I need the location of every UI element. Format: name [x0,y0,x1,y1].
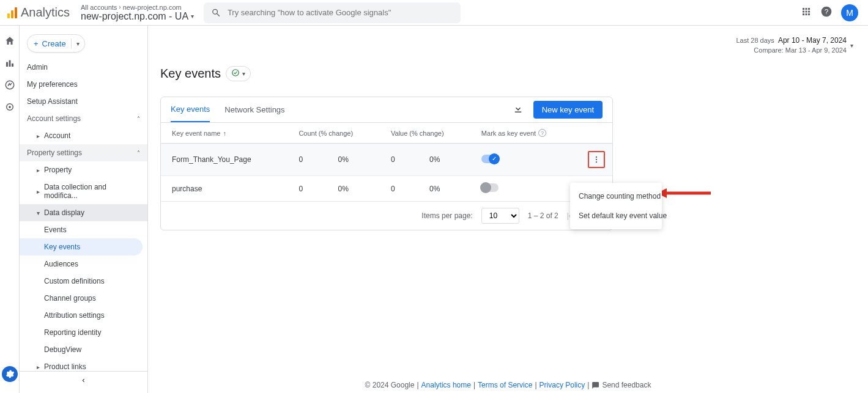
svg-point-11 [596,161,597,163]
tab-key-events[interactable]: Key events [171,97,210,122]
account-picker[interactable]: All accounts › new-project.np.com new-pr… [81,4,194,22]
value-percent: 0% [422,144,474,176]
svg-point-7 [9,106,11,108]
sidebar-item-events[interactable]: Events [20,221,147,238]
footer-feedback[interactable]: Send feedback [602,381,651,389]
footer-analytics-home[interactable]: Analytics home [421,381,471,389]
event-name[interactable]: purchase [161,176,291,202]
property-name: new-project.np.com - UA [81,11,188,22]
brand-name: Analytics [21,6,70,20]
top-header: Analytics All accounts › new-project.np.… [0,0,868,26]
sidebar-collapse-button[interactable]: ‹ [20,371,147,388]
sidebar-item-preferences[interactable]: My preferences [20,76,147,93]
search-icon [211,7,221,18]
plus-icon: + [34,39,39,48]
search-input[interactable] [228,8,453,17]
count-percent: 0% [331,176,384,202]
menu-change-counting[interactable]: Change counting method [570,186,662,206]
row-context-menu: Change counting method Set default key e… [570,183,662,229]
count-value: 0 [291,144,330,176]
col-value: Value (% change) [384,123,474,144]
date-range: Apr 10 - May 7, 2024 [778,36,847,45]
help-circle-icon[interactable]: ? [538,129,546,137]
svg-point-10 [596,159,597,160]
caret-down-icon: ▾ [76,40,80,47]
event-name[interactable]: Form_Thank_You_Page [161,144,291,176]
help-icon[interactable]: ? [820,6,833,20]
more-actions-button[interactable] [588,151,605,168]
home-icon[interactable] [4,35,15,46]
sidebar-item-channel-groups[interactable]: Channel groups [20,290,147,307]
search-bar[interactable] [204,2,461,23]
pagination: Items per page: 10 1 – 2 of 2 |‹ ‹ › ›| [161,202,612,230]
table-row: purchase 0 0% 0 0% [161,176,612,202]
caret-down-icon: ▾ [850,42,853,49]
svg-point-9 [596,156,597,158]
chevron-up-icon: ˄ [137,150,140,156]
svg-point-8 [232,70,239,76]
value-percent: 0% [422,176,474,202]
feedback-icon [592,381,599,389]
value-value: 0 [384,144,422,176]
date-picker[interactable]: Last 28 days Apr 10 - May 7, 2024 Compar… [160,26,868,60]
new-key-event-button[interactable]: New key event [533,101,603,119]
download-icon[interactable] [513,103,524,116]
page-size-select[interactable]: 10 [481,208,519,224]
caret-right-icon: ▸ [37,167,40,174]
chevron-left-icon: ‹ [82,375,84,384]
sidebar-item-audiences[interactable]: Audiences [20,255,147,273]
svg-text:?: ? [825,7,829,15]
key-events-card: Key events Network Settings New key even… [160,97,613,230]
sidebar-item-reporting-identity[interactable]: Reporting identity [20,324,147,341]
reports-icon[interactable] [4,57,15,68]
create-label: Create [42,39,66,48]
date-compare: Compare: Mar 13 - Apr 9, 2024 [736,46,847,55]
section-property-settings[interactable]: Property settings ˄ [20,144,147,161]
sidebar-item-setup-assistant[interactable]: Setup Assistant [20,93,147,110]
key-event-toggle[interactable] [481,155,499,163]
caret-down-icon: ▾ [242,70,245,77]
svg-rect-2 [6,62,8,67]
avatar[interactable]: M [841,4,858,21]
key-events-table: Key event name↑ Count (% change) Value (… [161,123,612,202]
breadcrumb: All accounts › new-project.np.com [81,4,194,11]
sidebar-item-account[interactable]: ▸ Account [20,127,147,144]
col-name[interactable]: Key event name↑ [161,123,291,144]
admin-gear-icon[interactable] [2,366,18,382]
create-button[interactable]: + Create ▾ [27,34,85,53]
status-pill[interactable]: ▾ [226,66,251,81]
table-row: Form_Thank_You_Page 0 0% 0 0% [161,144,612,176]
footer: © 2024 Google | Analytics home | Terms o… [365,381,651,389]
svg-rect-3 [9,61,10,67]
breadcrumb-all: All accounts [81,4,117,11]
footer-terms[interactable]: Terms of Service [478,381,532,389]
tab-network-settings[interactable]: Network Settings [224,98,284,122]
caret-down-icon: ▾ [37,210,40,216]
sidebar-item-debugview[interactable]: DebugView [20,341,147,358]
sidebar-item-attribution-settings[interactable]: Attribution settings [20,307,147,324]
sidebar-item-data-display[interactable]: ▾Data display [20,204,147,221]
caret-right-icon: ▸ [37,364,40,370]
explore-icon[interactable] [4,79,15,90]
date-label: Last 28 days [736,37,774,44]
count-percent: 0% [331,144,384,176]
more-vert-icon [592,155,601,164]
caret-right-icon: ▸ [37,133,40,139]
admin-sidebar: + Create ▾ Admin My preferences Setup As… [20,26,148,393]
sidebar-item-admin[interactable]: Admin [20,59,147,76]
breadcrumb-account: new-project.np.com [123,4,182,11]
logo[interactable]: Analytics [7,6,70,20]
section-account-settings[interactable]: Account settings ˄ [20,110,147,127]
count-value: 0 [291,176,330,202]
footer-privacy[interactable]: Privacy Policy [540,381,585,389]
sidebar-item-custom-definitions[interactable]: Custom definitions [20,273,147,290]
key-event-toggle[interactable] [481,183,499,192]
sidebar-item-property[interactable]: ▸Property [20,161,147,178]
sidebar-item-key-events[interactable]: Key events [20,238,143,255]
ads-icon[interactable] [4,101,15,112]
items-per-page-label: Items per page: [421,211,472,220]
menu-set-default-value[interactable]: Set default key event value [570,206,662,226]
analytics-logo-icon [7,7,17,18]
sidebar-item-data-collection[interactable]: ▸Data collection and modifica... [20,178,147,204]
apps-icon[interactable] [801,6,812,19]
